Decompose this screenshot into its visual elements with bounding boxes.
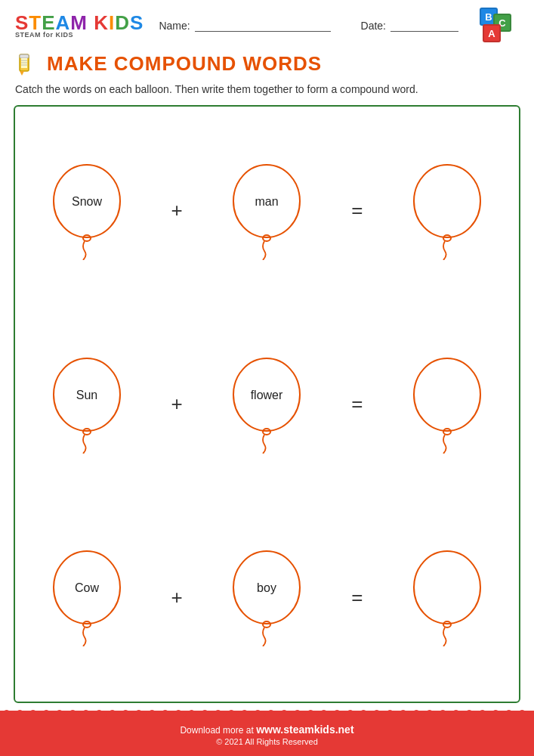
plus-3: +: [165, 586, 188, 609]
name-line: [195, 20, 331, 32]
balloon-svg-answer-3: [406, 548, 489, 646]
svg-text:flower: flower: [251, 389, 283, 401]
balloon-answer-1: [398, 162, 496, 260]
svg-text:Snow: Snow: [72, 195, 102, 208]
footer-download-text: Download more at www.steamkids.net: [180, 723, 353, 736]
balloon-svg-sun: Sun: [45, 355, 128, 454]
date-line: [390, 20, 458, 32]
title-section: MAKE COMPOUND WORDS: [0, 48, 534, 82]
page: STEAM KIDS STEAM for KIDS Name: Date: B …: [0, 0, 534, 756]
balloon-svg-cow: Cow: [45, 548, 128, 646]
balloon-svg-flower: flower: [225, 355, 308, 454]
header-fields: Name: Date:: [159, 20, 458, 32]
logo-subtitle: STEAM for KIDS: [15, 31, 73, 39]
logo-text: STEAM KIDS: [15, 13, 144, 33]
svg-text:Cow: Cow: [75, 581, 99, 594]
page-title: MAKE COMPOUND WORDS: [47, 52, 322, 76]
svg-point-13: [414, 165, 480, 237]
row-3: Cow + boy =: [23, 500, 511, 694]
footer-scallop: [0, 703, 534, 717]
instructions-text: Catch the words on each balloon. Then wr…: [15, 83, 418, 95]
balloon-cow: Cow: [38, 548, 136, 646]
date-label: Date:: [361, 20, 386, 32]
balloon-svg-man: man: [225, 162, 308, 260]
balloon-svg-answer-1: [406, 162, 489, 260]
svg-point-21: [414, 358, 480, 431]
equals-2: =: [346, 392, 369, 416]
plus-2: +: [165, 392, 188, 416]
header: STEAM KIDS STEAM for KIDS Name: Date: B …: [0, 0, 534, 48]
pencil-icon: [15, 51, 39, 76]
row-1: Snow + man =: [23, 114, 511, 308]
balloon-flower: flower: [218, 355, 316, 454]
equals-3: =: [346, 586, 369, 609]
svg-text:boy: boy: [258, 581, 277, 594]
abc-blocks-icon: B C A: [480, 8, 519, 44]
name-label: Name:: [159, 20, 190, 32]
svg-rect-3: [21, 58, 27, 68]
svg-text:Sun: Sun: [76, 389, 97, 401]
svg-marker-1: [20, 71, 24, 76]
svg-rect-2: [20, 54, 29, 58]
balloon-sun: Sun: [38, 355, 136, 454]
balloon-snow: Snow: [38, 162, 136, 260]
balloon-svg-snow: Snow: [45, 162, 128, 260]
date-field-group: Date:: [361, 20, 458, 32]
logo: STEAM KIDS STEAM for KIDS: [15, 13, 144, 39]
worksheet: Snow + man =: [14, 105, 520, 703]
plus-1: +: [165, 199, 188, 222]
balloon-answer-3: [398, 548, 496, 646]
balloon-svg-boy: boy: [225, 548, 308, 646]
footer-copyright: © 2021 All Rights Reserved: [216, 737, 318, 746]
footer: Download more at www.steamkids.net © 202…: [0, 711, 534, 756]
row-2: Sun + flower =: [23, 308, 511, 501]
name-field-group: Name:: [159, 20, 330, 32]
footer-url: www.steamkids.net: [256, 723, 353, 736]
svg-point-29: [414, 551, 480, 624]
svg-text:man: man: [255, 195, 279, 208]
balloon-answer-2: [398, 355, 496, 454]
instructions: Catch the words on each balloon. Then wr…: [0, 82, 534, 105]
equals-1: =: [346, 199, 369, 222]
block-a: A: [483, 24, 501, 42]
balloon-svg-answer-2: [406, 355, 489, 454]
balloon-man: man: [218, 162, 316, 260]
balloon-boy: boy: [218, 548, 316, 646]
